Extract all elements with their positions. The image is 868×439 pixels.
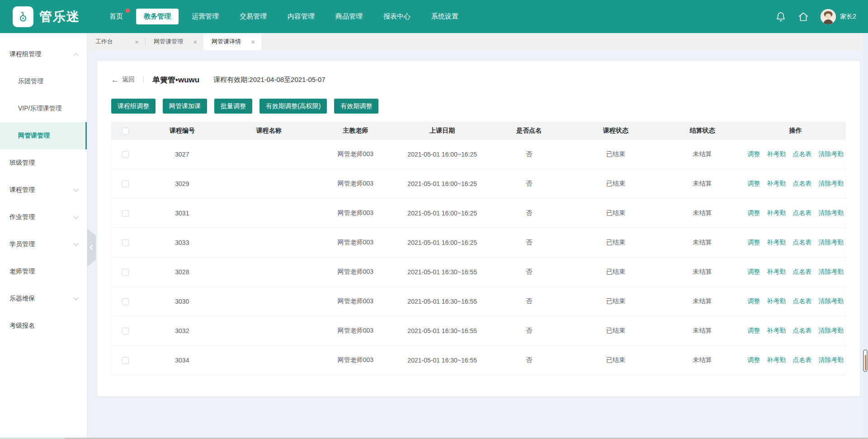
row-checkbox[interactable]	[122, 328, 129, 334]
action-link-补考勤[interactable]: 补考勤	[767, 239, 786, 247]
sidebar-item-作业管理[interactable]: 作业管理	[0, 204, 87, 231]
action-link-清除考勤[interactable]: 清除考勤	[818, 356, 844, 364]
cell-date: 2021-05-01 16:00~16:25	[399, 151, 486, 158]
row-checkbox-cell	[112, 151, 139, 158]
action-link-补考勤[interactable]: 补考勤	[767, 180, 786, 188]
tab-label: 网管课详情	[212, 38, 241, 46]
cell-id: 3028	[139, 268, 226, 276]
cell-date: 2021-05-01 16:30~16:55	[399, 327, 486, 334]
tab-网管课详情[interactable]: 网管课详情×	[203, 33, 261, 50]
action-link-点名表[interactable]: 点名表	[793, 297, 811, 305]
user-name: 家长2	[840, 13, 856, 21]
button-有效期调整(高权限)[interactable]: 有效期调整(高权限)	[259, 99, 327, 114]
action-link-点名表[interactable]: 点名表	[793, 180, 811, 188]
cell-teacher: 网管老师003	[312, 239, 399, 247]
action-link-清除考勤[interactable]: 清除考勤	[818, 180, 844, 188]
close-tab-icon[interactable]: ×	[193, 38, 197, 45]
action-link-补考勤[interactable]: 补考勤	[767, 356, 786, 364]
action-link-调整[interactable]: 调整	[747, 327, 760, 335]
sidebar-item-label: 班级管理	[9, 159, 35, 167]
sidebar-item-label: 课程管理	[9, 186, 35, 194]
cell-date: 2021-05-01 16:30~16:55	[399, 357, 486, 364]
sidebar-item-label: 乐器维保	[9, 295, 35, 303]
sidebar-item-课程组管理[interactable]: 课程组管理	[0, 41, 87, 68]
sidebar-item-VIP/乐理课管理[interactable]: VIP/乐理课管理	[0, 95, 87, 122]
button-批量调整[interactable]: 批量调整	[214, 99, 252, 114]
action-link-补考勤[interactable]: 补考勤	[767, 268, 786, 276]
bell-icon[interactable]	[775, 11, 786, 22]
cell-settlement: 未结算	[659, 327, 746, 335]
row-checkbox[interactable]	[122, 357, 129, 364]
content-area: ← 返回 单簧管•wuwu 课程有效期:2021-04-08至2021-05-0…	[87, 50, 868, 439]
sidebar-item-乐器维保[interactable]: 乐器维保	[0, 285, 87, 312]
nav-item-运营管理[interactable]: 运营管理	[184, 9, 226, 24]
row-checkbox[interactable]	[122, 298, 129, 305]
header-checkbox-cell	[112, 128, 139, 134]
row-checkbox[interactable]	[122, 239, 129, 246]
nav-items: 首页教务管理运营管理交易管理内容管理商品管理报表中心系统设置	[102, 9, 466, 24]
sidebar-item-老师管理[interactable]: 老师管理	[0, 258, 87, 285]
action-link-点名表[interactable]: 点名表	[793, 239, 811, 247]
row-checkbox[interactable]	[122, 181, 129, 187]
home-icon[interactable]	[798, 11, 809, 22]
action-link-点名表[interactable]: 点名表	[793, 327, 811, 335]
action-link-清除考勤[interactable]: 清除考勤	[818, 327, 844, 335]
action-link-点名表[interactable]: 点名表	[793, 268, 811, 276]
action-link-调整[interactable]: 调整	[747, 297, 760, 305]
action-link-补考勤[interactable]: 补考勤	[767, 150, 786, 158]
sidebar-item-乐团管理[interactable]: 乐团管理	[0, 68, 87, 95]
action-link-点名表[interactable]: 点名表	[793, 209, 811, 217]
sidebar-item-网管课管理[interactable]: 网管课管理	[0, 122, 87, 149]
action-link-调整[interactable]: 调整	[747, 268, 760, 276]
back-button[interactable]: ← 返回	[111, 76, 135, 84]
table-row: 3032网管老师0032021-05-01 16:30~16:55否已结束未结算…	[112, 316, 845, 346]
page-title: 单簧管•wuwu	[152, 75, 199, 85]
action-link-调整[interactable]: 调整	[747, 356, 760, 364]
action-link-清除考勤[interactable]: 清除考勤	[818, 268, 844, 276]
user-menu[interactable]: 家长2	[821, 9, 856, 24]
vertical-scrollbar-thumb[interactable]	[863, 349, 868, 372]
row-actions: 调整补考勤点名表清除考勤	[745, 356, 845, 364]
nav-item-内容管理[interactable]: 内容管理	[280, 9, 322, 24]
action-link-调整[interactable]: 调整	[747, 209, 760, 217]
row-checkbox[interactable]	[122, 269, 129, 276]
action-link-调整[interactable]: 调整	[747, 180, 760, 188]
scrollbar-progress-bar	[865, 355, 866, 370]
cell-status: 已结束	[572, 180, 659, 188]
cell-teacher: 网管老师003	[312, 297, 399, 305]
sidebar-item-课程管理[interactable]: 课程管理	[0, 177, 87, 204]
button-课程组调整[interactable]: 课程组调整	[111, 99, 156, 114]
tab-工作台[interactable]: 工作台×	[87, 33, 145, 50]
nav-item-商品管理[interactable]: 商品管理	[328, 9, 370, 24]
action-link-点名表[interactable]: 点名表	[793, 356, 811, 364]
action-link-调整[interactable]: 调整	[747, 239, 760, 247]
button-网管课加课[interactable]: 网管课加课	[163, 99, 207, 114]
action-link-补考勤[interactable]: 补考勤	[767, 327, 786, 335]
action-link-清除考勤[interactable]: 清除考勤	[818, 297, 844, 305]
nav-item-系统设置[interactable]: 系统设置	[424, 9, 466, 24]
button-有效期调整[interactable]: 有效期调整	[334, 99, 378, 114]
close-tab-icon[interactable]: ×	[135, 38, 139, 45]
tab-网管课管理[interactable]: 网管课管理×	[146, 33, 203, 50]
action-link-清除考勤[interactable]: 清除考勤	[818, 239, 844, 247]
action-link-调整[interactable]: 调整	[747, 150, 760, 158]
close-tab-icon[interactable]: ×	[251, 38, 255, 45]
brand-name: 管乐迷	[39, 8, 80, 25]
nav-item-交易管理[interactable]: 交易管理	[232, 9, 274, 24]
nav-item-报表中心[interactable]: 报表中心	[376, 9, 418, 24]
action-link-点名表[interactable]: 点名表	[793, 150, 811, 158]
action-link-清除考勤[interactable]: 清除考勤	[818, 150, 844, 158]
sidebar-item-学员管理[interactable]: 学员管理	[0, 231, 87, 258]
sidebar-item-班级管理[interactable]: 班级管理	[0, 149, 87, 177]
cell-status: 已结束	[572, 150, 659, 158]
sidebar-item-考级报名[interactable]: 考级报名	[0, 312, 87, 339]
cell-rollcall: 否	[486, 209, 572, 217]
nav-item-教务管理[interactable]: 教务管理	[136, 9, 179, 24]
nav-item-首页[interactable]: 首页	[102, 9, 131, 24]
action-link-补考勤[interactable]: 补考勤	[767, 297, 786, 305]
action-link-补考勤[interactable]: 补考勤	[767, 209, 786, 217]
select-all-checkbox[interactable]	[122, 128, 129, 134]
action-link-清除考勤[interactable]: 清除考勤	[818, 209, 844, 217]
row-checkbox[interactable]	[122, 210, 129, 217]
row-checkbox[interactable]	[122, 151, 129, 158]
